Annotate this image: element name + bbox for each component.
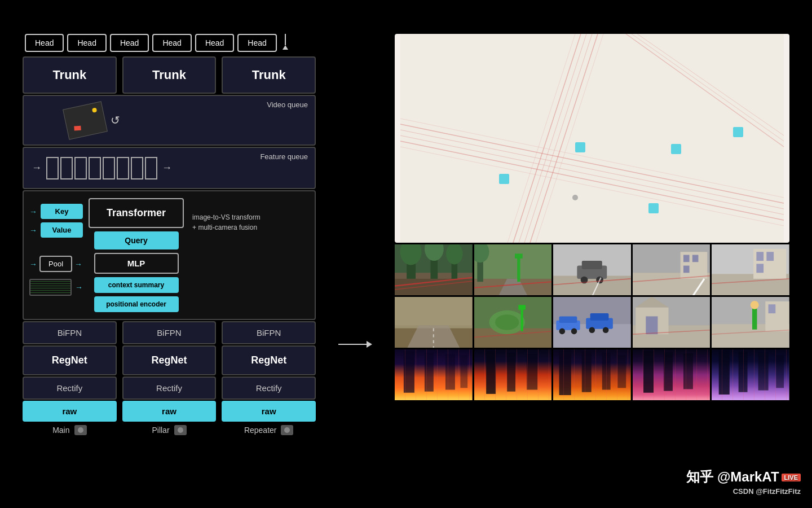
pool-out-arrow: → (74, 260, 82, 269)
cam-cell-depth-4 (633, 349, 710, 400)
trunk-2: Trunk (122, 56, 217, 94)
cam-cell-4 (633, 244, 710, 295)
svg-rect-114 (643, 351, 654, 393)
svg-rect-0 (400, 34, 784, 243)
svg-rect-101 (425, 353, 434, 392)
svg-rect-16 (499, 174, 509, 184)
transformer-section: → Key → Value → Pool → → (23, 190, 316, 320)
head-button-2[interactable]: Head (67, 34, 106, 52)
svg-rect-36 (517, 255, 520, 282)
svg-rect-37 (515, 253, 523, 258)
pos-enc-row: → (29, 279, 83, 296)
cam-cell-depth-2 (474, 349, 552, 400)
value-button[interactable]: Value (41, 222, 83, 238)
svg-rect-111 (602, 353, 611, 390)
camera-labels-row: Main Pillar Repeater (23, 425, 316, 435)
svg-rect-18 (671, 144, 681, 154)
bifpn-2: BiFPN (122, 321, 217, 344)
svg-rect-120 (758, 353, 769, 391)
svg-rect-102 (445, 354, 455, 390)
svg-rect-44 (582, 261, 602, 269)
svg-rect-90 (646, 316, 657, 334)
head-button-1[interactable]: Head (25, 34, 64, 52)
map-svg (395, 34, 789, 243)
transformer-button[interactable]: Transformer (89, 198, 184, 228)
svg-rect-118 (719, 351, 730, 395)
svg-rect-97 (769, 304, 776, 313)
refresh-icon: ↺ (111, 113, 120, 127)
camera-pillar: Pillar (122, 425, 217, 435)
right-panel (395, 34, 789, 400)
pool-button[interactable]: Pool (39, 256, 72, 272)
positional-encoder-button[interactable]: positional encoder (94, 296, 179, 312)
svg-rect-100 (404, 351, 414, 393)
bifpn-row: BiFPN BiFPN BiFPN (23, 321, 316, 344)
cam-cell-2 (474, 244, 552, 295)
cam-cell-5 (712, 244, 789, 295)
feature-queue: Feature queue → → (23, 147, 316, 189)
head-button-4[interactable]: Head (152, 34, 191, 52)
svg-rect-108 (553, 349, 631, 400)
svg-rect-20 (648, 203, 659, 213)
arrow-head (367, 341, 372, 348)
head-button-3[interactable]: Head (110, 34, 149, 52)
cam-cell-depth-3 (553, 349, 631, 400)
head-button-5[interactable]: Head (195, 34, 234, 52)
horizontal-arrow (338, 341, 372, 348)
transform-label: image-to-VS transform + multi-camera fus… (192, 212, 261, 233)
video-card (63, 101, 108, 139)
trunk-1: Trunk (23, 56, 117, 94)
svg-rect-94 (752, 309, 757, 330)
bifpn-1: BiFPN (23, 321, 117, 344)
svg-rect-53 (692, 255, 699, 262)
svg-rect-83 (559, 316, 577, 323)
arrow-in-icon: → (32, 162, 42, 174)
watermark: 知乎 @MarkATLIVE CSDN @FitzFitzFitz (686, 467, 801, 497)
feature-blocks (46, 157, 157, 179)
cam-cell-9 (633, 297, 710, 348)
cam-cell-7 (474, 297, 552, 348)
key-arrow: → (29, 207, 37, 216)
camera-repeater-icon (281, 425, 293, 435)
value-row: → Value (29, 222, 83, 238)
camera-main: Main (23, 425, 117, 435)
cam-cell-10 (712, 297, 789, 348)
svg-point-80 (589, 327, 595, 333)
feature-block-4 (89, 157, 101, 179)
svg-rect-115 (664, 352, 673, 391)
svg-point-95 (751, 301, 759, 309)
camera-pillar-label: Pillar (152, 426, 169, 435)
trunk-3: Trunk (222, 56, 316, 94)
regnet-1: RegNet (23, 345, 117, 375)
svg-rect-54 (683, 266, 690, 273)
rectify-2: Rectify (122, 376, 217, 400)
svg-rect-79 (590, 313, 609, 321)
svg-rect-17 (575, 142, 585, 152)
feature-queue-label: Feature queue (260, 152, 308, 161)
rectify-row: Rectify Rectify Rectify (23, 376, 316, 400)
feature-block-1 (46, 157, 59, 179)
svg-rect-52 (683, 255, 690, 262)
feature-block-2 (60, 157, 73, 179)
svg-rect-121 (776, 355, 784, 388)
key-row: → Key (29, 204, 83, 219)
feature-block-5 (103, 157, 115, 179)
head-button-6[interactable]: Head (237, 34, 276, 52)
svg-rect-103 (460, 355, 467, 388)
map-view (395, 34, 789, 243)
camera-main-label: Main (52, 426, 69, 435)
trunks-row: Trunk Trunk Trunk (23, 56, 316, 94)
svg-rect-117 (712, 349, 789, 400)
query-button[interactable]: Query (94, 231, 179, 249)
svg-rect-105 (486, 351, 496, 394)
key-button[interactable]: Key (41, 204, 83, 219)
context-summary-button[interactable]: context summary (94, 277, 179, 293)
cam-cell-depth-1 (395, 349, 473, 400)
watermark-line1: 知乎 @MarkATLIVE (686, 467, 801, 487)
svg-rect-116 (683, 353, 693, 389)
raw-3: raw (222, 401, 316, 422)
camera-grid (395, 244, 789, 400)
transformer-middle: Transformer Query MLP context summary po… (89, 198, 184, 312)
mlp-button[interactable]: MLP (94, 253, 179, 274)
svg-point-72 (495, 314, 519, 330)
